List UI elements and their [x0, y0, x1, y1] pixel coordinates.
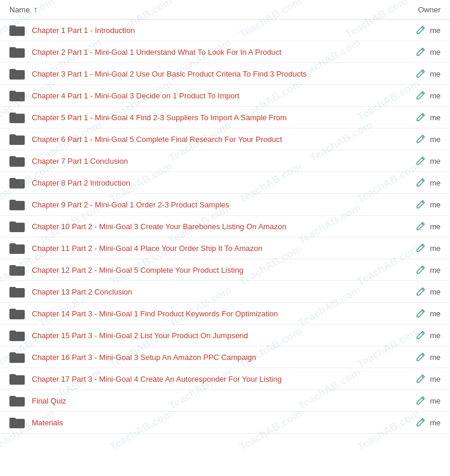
owner-label: me [430, 222, 441, 231]
folder-icon [9, 329, 26, 342]
row-title[interactable]: Chapter 10 Part 2 - Mini-Goal 3 Create Y… [32, 222, 388, 231]
row-actions: me [388, 113, 441, 122]
edit-icon[interactable] [416, 47, 425, 57]
edit-icon[interactable] [416, 222, 425, 231]
row-title[interactable]: Chapter 4 Part 1 - Mini-Goal 3 Decide on… [32, 91, 388, 100]
table-row: Chapter 12 Part 2 - Mini-Goal 5 Complete… [0, 259, 450, 281]
edit-icon[interactable] [416, 330, 425, 340]
edit-icon[interactable] [416, 156, 425, 166]
edit-icon[interactable] [416, 178, 425, 187]
svg-rect-21 [9, 243, 16, 246]
owner-label: me [430, 244, 441, 253]
edit-icon[interactable] [416, 25, 425, 35]
edit-icon[interactable] [416, 243, 425, 253]
table-row: Final Quiz me [0, 390, 450, 412]
svg-rect-17 [9, 200, 16, 203]
owner-label: me [430, 178, 441, 187]
row-title[interactable]: Chapter 5 Part 1 - Mini-Goal 4 Find 2-3 … [32, 113, 388, 122]
row-title[interactable]: Chapter 11 Part 2 - Mini-Goal 4 Place Yo… [32, 244, 388, 253]
edit-icon[interactable] [416, 352, 425, 362]
edit-icon[interactable] [416, 113, 425, 122]
folder-icon [9, 133, 26, 146]
svg-rect-15 [9, 178, 16, 181]
sort-arrow-icon[interactable]: ↑ [34, 5, 38, 14]
svg-rect-31 [9, 352, 16, 355]
owner-label: me [430, 135, 441, 144]
row-title[interactable]: Chapter 14 Part 3 - Mini-Goal 1 Find Pro… [32, 309, 388, 318]
edit-icon[interactable] [416, 418, 425, 427]
name-label: Name [9, 5, 30, 14]
owner-label: me [430, 91, 441, 100]
edit-icon[interactable] [416, 265, 425, 275]
row-actions: me [388, 222, 441, 231]
table-row: Chapter 5 Part 1 - Mini-Goal 4 Find 2-3 … [0, 107, 450, 128]
svg-rect-9 [9, 113, 16, 115]
row-title[interactable]: Chapter 8 Part 2 Introduction [32, 178, 388, 187]
owner-label: me [430, 353, 441, 362]
row-title[interactable]: Final Quiz [32, 396, 388, 405]
table-row: Chapter 2 Part 1 - Mini-Goal 1 Understan… [0, 41, 450, 63]
owner-label: me [430, 309, 441, 318]
row-actions: me [388, 265, 441, 275]
owner-label: me [430, 70, 441, 78]
row-title[interactable]: Chapter 6 Part 1 - Mini-Goal 5 Complete … [32, 135, 388, 144]
folder-icon [9, 220, 26, 233]
row-title[interactable]: Chapter 3 Part 1 - Mini-Goal 2 Use Our B… [32, 70, 388, 78]
row-title[interactable]: Chapter 7 Part 1 Conclusion [32, 157, 388, 166]
edit-icon[interactable] [416, 396, 425, 405]
row-actions: me [388, 91, 441, 100]
edit-icon[interactable] [416, 374, 425, 384]
row-title[interactable]: Chapter 1 Part 1 - Introduction [32, 26, 388, 35]
owner-label: me [430, 26, 441, 35]
edit-icon[interactable] [416, 287, 425, 296]
row-title[interactable]: Chapter 17 Part 3 - Mini-Goal 4 Create A… [32, 375, 388, 384]
table-row: Chapter 9 Part 2 - Mini-Goal 1 Order 2-3… [0, 194, 450, 216]
owner-label: me [430, 157, 441, 166]
svg-rect-29 [9, 330, 16, 333]
row-title[interactable]: Chapter 15 Part 3 - Mini-Goal 2 List You… [32, 331, 388, 340]
owner-label: me [430, 266, 441, 275]
folder-icon [9, 242, 26, 254]
row-actions: me [388, 200, 441, 209]
edit-icon[interactable] [416, 91, 425, 100]
svg-rect-37 [9, 418, 16, 421]
folder-icon [9, 394, 26, 407]
row-actions: me [388, 156, 441, 166]
edit-icon[interactable] [416, 309, 425, 318]
row-actions: me [388, 69, 441, 78]
owner-label: me [430, 375, 441, 384]
svg-rect-1 [9, 25, 16, 28]
table-row: Chapter 17 Part 3 - Mini-Goal 4 Create A… [0, 368, 450, 390]
owner-label: me [430, 48, 441, 57]
edit-icon[interactable] [416, 200, 425, 209]
owner-label: me [430, 331, 441, 340]
folder-icon [9, 154, 26, 167]
folder-icon [9, 67, 26, 80]
row-title[interactable]: Chapter 9 Part 2 - Mini-Goal 1 Order 2-3… [32, 200, 388, 209]
table-row: Chapter 11 Part 2 - Mini-Goal 4 Place Yo… [0, 237, 450, 259]
row-actions: me [388, 374, 441, 384]
row-title[interactable]: Chapter 2 Part 1 - Mini-Goal 1 Understan… [32, 48, 388, 57]
edit-icon[interactable] [416, 134, 425, 144]
row-title[interactable]: Chapter 16 Part 3 - Mini-Goal 3 Setup An… [32, 353, 388, 362]
table-row: Chapter 10 Part 2 - Mini-Goal 3 Create Y… [0, 216, 450, 237]
table-row: Chapter 8 Part 2 Introduction me [0, 172, 450, 194]
svg-rect-27 [9, 309, 16, 312]
svg-rect-7 [9, 91, 16, 94]
folder-icon [9, 263, 26, 276]
table-header: Name ↑ Owner [0, 0, 450, 19]
folder-icon [9, 45, 26, 58]
folder-icon [9, 24, 26, 37]
edit-icon[interactable] [416, 69, 425, 78]
table-row: Chapter 13 Part 2 Conclusion me [0, 281, 450, 303]
row-actions: me [388, 396, 441, 405]
svg-rect-11 [9, 134, 16, 137]
row-title[interactable]: Chapter 13 Part 2 Conclusion [32, 287, 388, 296]
folder-icon [9, 307, 26, 320]
row-actions: me [388, 418, 441, 427]
table-row: Chapter 7 Part 1 Conclusion me [0, 150, 450, 172]
row-actions: me [388, 47, 441, 57]
row-title[interactable]: Chapter 12 Part 2 - Mini-Goal 5 Complete… [32, 266, 388, 275]
folder-icon [9, 89, 26, 102]
row-title[interactable]: Materials [32, 418, 388, 427]
